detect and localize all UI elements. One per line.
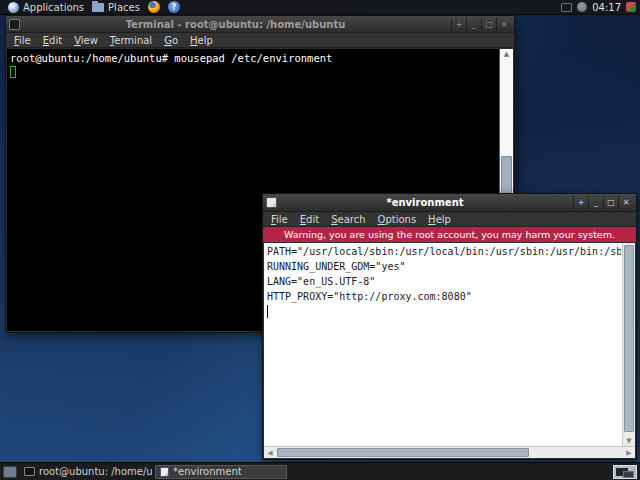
pager-window [623, 471, 634, 478]
taskbar-button-environment[interactable]: *environment [155, 465, 287, 479]
menu-go[interactable]: Go [158, 33, 184, 48]
menu-file[interactable]: File [8, 33, 37, 48]
shade-button[interactable]: + [451, 18, 466, 31]
editor-title: *environment [277, 197, 573, 208]
terminal-titlebar[interactable]: Terminal - root@ubuntu: /home/ubuntu + _… [6, 16, 514, 33]
terminal-window-controls: + _ □ ✕ [451, 18, 511, 31]
root-warning-banner: Warning, you are using the root account,… [263, 227, 636, 242]
help-launcher[interactable]: ? [164, 0, 184, 15]
folder-icon [92, 3, 104, 12]
tray-notification-icon[interactable] [626, 2, 636, 12]
scroll-down-icon[interactable]: ▼ [623, 437, 635, 445]
editor-window-controls: + _ □ ✕ [573, 196, 633, 209]
text-caret [267, 305, 268, 318]
desktop: { "panel": { "applications_label": "Appl… [0, 0, 640, 480]
terminal-prompt-line: root@ubuntu:/home/ubuntu# mousepad /etc/… [10, 51, 497, 65]
top-panel: Applications Places ? 04:17 [0, 0, 640, 15]
menu-file[interactable]: File [265, 212, 294, 227]
tray-terminal-icon[interactable] [561, 3, 572, 12]
editor-hscrollbar-thumb[interactable] [277, 448, 529, 457]
editor-vertical-scrollbar[interactable]: ▼ [622, 243, 635, 446]
applications-menu-icon [8, 2, 19, 13]
menu-help[interactable]: Help [422, 212, 457, 227]
editor-text: PATH="/usr/local/sbin:/usr/local/bin:/us… [267, 244, 621, 304]
editor-menubar: File Edit Search Options Help [263, 212, 636, 227]
taskbar-button-label: root@ubuntu: /home/u... [39, 466, 152, 477]
editor-titlebar[interactable]: *environment + _ □ ✕ [263, 194, 636, 212]
scroll-left-icon[interactable]: ◀ [264, 449, 276, 457]
minimize-button[interactable]: _ [466, 18, 481, 31]
menu-options[interactable]: Options [372, 212, 423, 227]
menu-edit[interactable]: Edit [37, 33, 68, 48]
editor-line: HTTP_PROXY="http://proxy.com:8080" [267, 289, 621, 304]
menu-view[interactable]: View [68, 33, 104, 48]
applications-menu-label: Applications [23, 2, 84, 13]
scroll-up-icon[interactable]: ▲ [500, 50, 513, 58]
menu-search[interactable]: Search [325, 212, 371, 227]
terminal-cursor [10, 66, 16, 78]
shade-button[interactable]: + [573, 196, 588, 209]
terminal-window-icon [9, 19, 20, 30]
show-desktop-button[interactable] [3, 466, 17, 478]
tray-globe-icon[interactable] [577, 2, 587, 12]
taskbar-button-terminal[interactable]: root@ubuntu: /home/u... [20, 465, 152, 479]
terminal-icon [24, 467, 35, 476]
menu-help[interactable]: Help [184, 33, 219, 48]
terminal-title: Terminal - root@ubuntu: /home/ubuntu [20, 19, 451, 30]
maximize-button[interactable]: □ [603, 196, 618, 209]
maximize-button[interactable]: □ [481, 18, 496, 31]
mousepad-icon [160, 467, 169, 477]
scroll-right-icon[interactable]: ▶ [623, 449, 635, 457]
taskbar-button-label: *environment [173, 466, 242, 477]
terminal-menubar: File Edit View Terminal Go Help [6, 33, 514, 48]
minimize-button[interactable]: _ [588, 196, 603, 209]
firefox-launcher[interactable] [144, 0, 164, 15]
menu-edit[interactable]: Edit [294, 212, 325, 227]
firefox-icon [148, 1, 160, 13]
editor-window: *environment + _ □ ✕ File Edit Search Op… [262, 193, 637, 460]
places-menu[interactable]: Places [88, 0, 144, 15]
clock: 04:17 [592, 2, 621, 13]
mousepad-window-icon [266, 197, 277, 208]
menu-terminal[interactable]: Terminal [104, 33, 158, 48]
editor-text-area[interactable]: PATH="/usr/local/sbin:/usr/local/bin:/us… [264, 243, 635, 446]
close-button[interactable]: ✕ [496, 18, 511, 31]
applications-menu[interactable]: Applications [4, 0, 88, 15]
editor-line: RUNNING_UNDER_GDM="yes" [267, 259, 621, 274]
editor-vscrollbar-thumb[interactable] [624, 245, 634, 432]
editor-line: LANG="en_US.UTF-8" [267, 274, 621, 289]
places-menu-label: Places [108, 2, 140, 13]
system-tray: 04:17 [561, 2, 636, 13]
help-icon: ? [168, 1, 180, 13]
taskbar: root@ubuntu: /home/u... *environment [0, 462, 640, 480]
workspace-pager[interactable] [613, 465, 637, 479]
editor-horizontal-scrollbar[interactable]: ◀ ▶ [264, 446, 635, 458]
editor-line: PATH="/usr/local/sbin:/usr/local/bin:/us… [267, 244, 621, 259]
close-button[interactable]: ✕ [618, 196, 633, 209]
